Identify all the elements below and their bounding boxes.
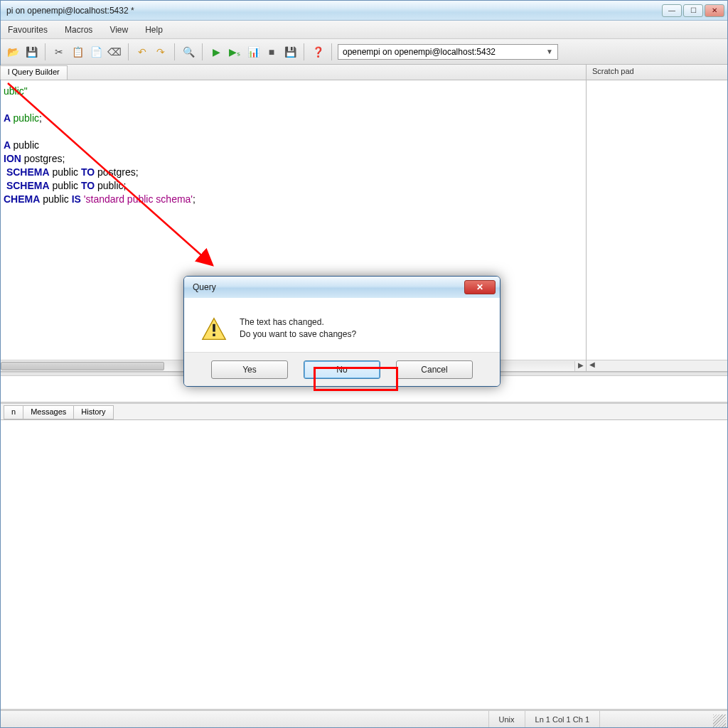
explain-icon[interactable]: 📊 [245,44,261,60]
menu-bar: Favourites Macros View Help [1,21,727,39]
scratch-pad: Scratch pad ◀ [587,65,727,371]
separator [128,43,129,60]
status-line-ending: Unix [488,711,525,727]
execute-icon[interactable]: ▶ [208,44,224,60]
database-selector-label: openempi on openempi@localhost:5432 [343,47,496,57]
dialog-title: Query [193,282,216,292]
dialog-message: The text has changed. Do you want to sav… [240,316,356,341]
svg-rect-2 [213,324,215,332]
tab-history[interactable]: History [73,405,113,419]
separator [331,43,332,60]
menu-macros[interactable]: Macros [60,23,97,37]
separator [304,43,304,60]
scrollbar-thumb[interactable] [1,362,164,370]
resize-grip-icon[interactable] [713,714,726,727]
chevron-down-icon: ▼ [546,48,553,55]
tab-messages[interactable]: Messages [23,405,74,419]
scroll-right-icon[interactable]: ▶ [574,361,586,371]
execute-pgscript-icon[interactable]: ▶ₛ [227,44,242,60]
separator [174,43,175,60]
separator [45,43,46,60]
separator [202,43,203,60]
window-title: pi on openempi@localhost:5432 * [4,6,134,16]
no-button[interactable]: No [304,360,380,379]
dialog-title-bar: Query ✕ [184,277,500,298]
confirm-save-dialog: Query ✕ The text has changed. Do you wan… [183,276,500,387]
scratch-pad-title: Scratch pad [587,65,727,80]
status-empty [599,711,713,727]
dialog-buttons: Yes No Cancel [184,352,500,386]
window-controls: — ☐ ✕ [662,4,724,17]
status-bar: Unix Ln 1 Col 1 Ch 1 [1,710,727,727]
dialog-body: The text has changed. Do you want to sav… [184,298,500,352]
toolbar: 📂 💾 ✂ 📋 📄 ⌫ ↶ ↷ 🔍 ▶ ▶ₛ 📊 ■ 💾 ❓ openempi … [1,39,727,65]
open-icon[interactable]: 📂 [5,44,21,60]
tab-query-builder[interactable]: l Query Builder [0,65,68,80]
clear-icon[interactable]: ⌫ [107,44,122,60]
dialog-message-line2: Do you want to save changes? [240,328,356,341]
redo-icon[interactable]: ↷ [153,44,168,60]
tab-output-1[interactable]: n [4,405,23,419]
cancel-button[interactable]: Cancel [396,360,473,379]
status-cursor-position: Ln 1 Col 1 Ch 1 [525,711,599,727]
menu-view[interactable]: View [105,23,132,37]
copy-icon[interactable]: 📋 [70,44,85,60]
dialog-message-line1: The text has changed. [240,316,356,328]
cut-icon[interactable]: ✂ [51,44,67,60]
scratch-scroll-left-icon[interactable]: ◀ [587,360,727,371]
output-tabs: n Messages History [1,403,727,420]
menu-help[interactable]: Help [141,23,167,37]
code-text: ublic" A public; A public ION postgres; … [1,80,586,210]
svg-rect-3 [213,333,215,336]
save-as-icon[interactable]: 💾 [282,44,298,60]
warning-icon [201,316,227,342]
stop-icon[interactable]: ■ [264,44,279,60]
close-button[interactable]: ✕ [705,4,724,17]
yes-button[interactable]: Yes [211,360,288,379]
editor-tabs: l Query Builder [1,65,586,80]
database-selector[interactable]: openempi on openempi@localhost:5432 ▼ [338,44,558,60]
dialog-close-button[interactable]: ✕ [464,280,496,294]
maximize-button[interactable]: ☐ [683,4,703,17]
results-pane [1,420,727,710]
find-icon[interactable]: 🔍 [181,44,196,60]
menu-favourites[interactable]: Favourites [4,23,52,37]
save-icon[interactable]: 💾 [23,44,39,60]
title-bar: pi on openempi@localhost:5432 * — ☐ ✕ [1,1,727,21]
scratch-pad-body[interactable] [587,80,727,360]
minimize-button[interactable]: — [662,4,682,17]
paste-icon[interactable]: 📄 [88,44,104,60]
help-icon[interactable]: ❓ [310,44,326,60]
undo-icon[interactable]: ↶ [134,44,150,60]
